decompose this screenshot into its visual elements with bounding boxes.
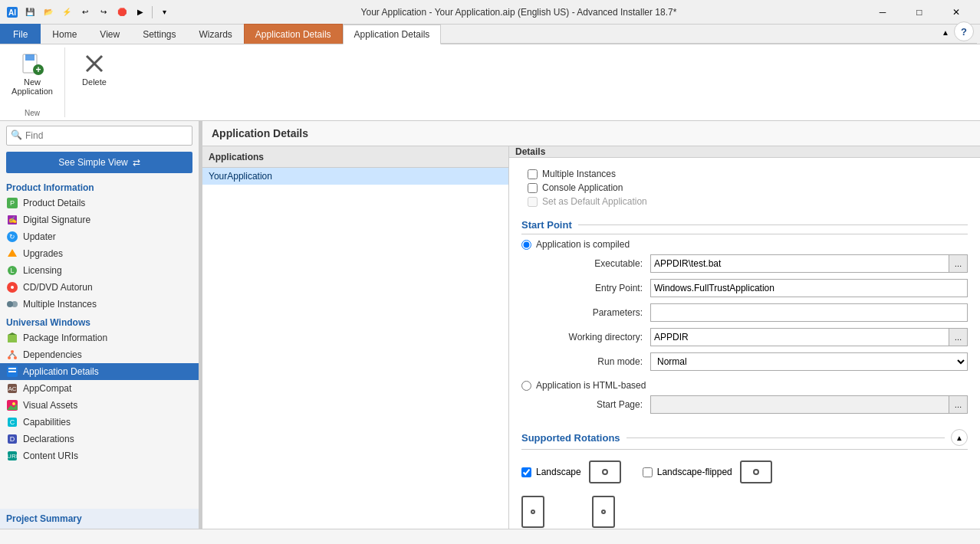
landscape-label[interactable]: Landscape [536, 467, 581, 477]
minimize-btn[interactable]: ─ [865, 0, 900, 25]
sidebar-item-digital-signature[interactable]: ✍ Digital Signature [0, 211, 199, 228]
run-btn[interactable]: ▶ [132, 5, 149, 20]
console-application-label[interactable]: Console Application [542, 182, 623, 193]
compiled-label[interactable]: Application is compiled [536, 239, 630, 250]
html-based-label[interactable]: Application is HTML-based [536, 380, 646, 391]
section-product-information: Product Information [0, 178, 199, 195]
svg-point-23 [11, 350, 14, 353]
working-directory-browse-btn[interactable]: … [949, 328, 968, 346]
sidebar-item-updater[interactable]: ↻ Updater [0, 228, 199, 245]
switch-icon: ⇄ [133, 157, 140, 168]
tab-view[interactable]: View [88, 24, 131, 44]
tab-application-details-active[interactable]: Application Details [343, 25, 442, 44]
app-name: YourApplication [209, 171, 272, 182]
sidebar-item-content-uris[interactable]: URI Content URIs [0, 447, 199, 464]
working-directory-input[interactable] [650, 328, 949, 346]
build-btn[interactable]: ⚡ [58, 5, 75, 20]
app-list-item[interactable]: YourApplication [202, 168, 508, 185]
parameters-label: Parameters: [543, 307, 650, 318]
sidebar-item-label: AppCompat [23, 383, 71, 394]
svg-rect-29 [8, 368, 16, 369]
sidebar-item-label: Upgrades [23, 248, 63, 259]
sidebar-item-package-information[interactable]: Package Information [0, 329, 199, 346]
details-column: Details Multiple Instances Console Appli… [509, 146, 980, 529]
start-page-label: Start Page: [543, 399, 650, 410]
details-col-header: Details [509, 146, 980, 158]
executable-input[interactable] [650, 254, 949, 273]
sidebar-item-licensing[interactable]: L Licensing [0, 262, 199, 279]
stop-btn[interactable]: 🛑 [113, 5, 130, 20]
ribbon-group-new: + NewApplication New [6, 48, 65, 117]
sidebar-item-product-details[interactable]: P Product Details [0, 195, 199, 211]
section-universal-windows: Universal Windows [0, 313, 199, 329]
sidebar-item-visual-assets[interactable]: Visual Assets [0, 397, 199, 414]
entry-point-input[interactable] [650, 279, 968, 297]
landscape-flipped-checkbox[interactable] [643, 467, 653, 477]
svg-line-24 [9, 353, 12, 356]
executable-browse-btn[interactable]: … [949, 254, 968, 273]
sidebar-item-declarations[interactable]: D Declarations [0, 431, 199, 447]
project-summary[interactable]: Project Summary [0, 509, 199, 529]
working-directory-label: Working directory: [543, 332, 650, 342]
new-application-btn[interactable]: + NewApplication [9, 48, 55, 100]
multiple-instances-checkbox[interactable] [528, 169, 538, 179]
tab-file[interactable]: File [0, 24, 41, 44]
simple-view-btn[interactable]: See Simple View ⇄ [6, 152, 192, 173]
landscape-checkbox[interactable] [521, 467, 531, 477]
console-application-checkbox[interactable] [528, 183, 538, 193]
start-page-input[interactable] [650, 395, 949, 414]
product-details-icon: P [6, 197, 18, 209]
group-new-label: New [25, 109, 40, 117]
delete-btn[interactable]: Delete [71, 48, 117, 90]
dropdown-btn[interactable]: ▾ [156, 5, 173, 20]
landscape-flipped-label[interactable]: Landscape-flipped [657, 467, 732, 477]
appcompat-icon: AC [6, 382, 18, 395]
supported-rotations-section-title: Supported Rotations ▲ [521, 429, 968, 450]
package-icon [6, 332, 18, 344]
sidebar-item-appcompat[interactable]: AC AppCompat [0, 380, 199, 397]
run-mode-select[interactable]: Normal Minimized Maximized [650, 352, 968, 371]
sidebar-item-dependencies[interactable]: Dependencies [0, 346, 199, 363]
tab-home[interactable]: Home [41, 24, 88, 44]
tab-settings[interactable]: Settings [131, 24, 187, 44]
search-input[interactable] [6, 126, 192, 146]
cd-icon [6, 281, 18, 293]
sidebar-item-application-details[interactable]: Application Details [0, 363, 199, 380]
open-btn[interactable]: 📂 [40, 5, 57, 20]
sidebar-item-cddvd-autorun[interactable]: CD/DVD Autorun [0, 279, 199, 296]
sidebar-item-upgrades[interactable]: Upgrades [0, 245, 199, 262]
svg-marker-22 [8, 333, 17, 335]
ribbon-right-controls: ▲ ? [937, 21, 977, 44]
save-btn[interactable]: 💾 [21, 5, 38, 20]
ribbon-collapse-up[interactable]: ▲ [937, 25, 954, 40]
redo-btn[interactable]: ↪ [95, 5, 112, 20]
tab-application-details-inactive[interactable]: Application Details [244, 24, 343, 44]
default-application-checkbox[interactable] [528, 197, 538, 207]
executable-field-group: … [650, 254, 968, 273]
working-directory-row: Working directory: … [521, 328, 968, 346]
html-based-radio[interactable] [521, 381, 531, 391]
multiple-instances-label[interactable]: Multiple Instances [542, 169, 616, 179]
landscape-camera-dot [602, 469, 608, 475]
start-page-field-group: … [650, 395, 968, 414]
parameters-input[interactable] [650, 303, 968, 322]
compiled-radio[interactable] [521, 240, 531, 250]
sidebar-item-multiple-instances[interactable]: Multiple Instances [0, 296, 199, 313]
entry-point-row: Entry Point: [521, 279, 968, 297]
landscape-icon [589, 460, 621, 483]
content-area: Application Details Applications YourApp… [202, 121, 980, 529]
close-btn[interactable]: ✕ [939, 0, 974, 25]
window-title: Your Application - Your Application.aip … [361, 7, 677, 18]
executable-row: Executable: … [521, 254, 968, 273]
tab-wizards[interactable]: Wizards [188, 24, 244, 44]
start-point-section-title: Start Point [521, 219, 968, 234]
default-application-check-row: Set as Default Application [528, 196, 962, 207]
undo-btn[interactable]: ↩ [77, 5, 94, 20]
updater-icon: ↻ [6, 231, 18, 243]
help-btn[interactable]: ? [954, 21, 974, 41]
maximize-btn[interactable]: □ [902, 0, 937, 25]
rotations-collapse-btn[interactable]: ▲ [951, 429, 968, 446]
sidebar-item-capabilities[interactable]: C Capabilities [0, 414, 199, 431]
page-title: Application Details [212, 127, 971, 139]
start-page-browse-btn[interactable]: … [949, 395, 968, 414]
